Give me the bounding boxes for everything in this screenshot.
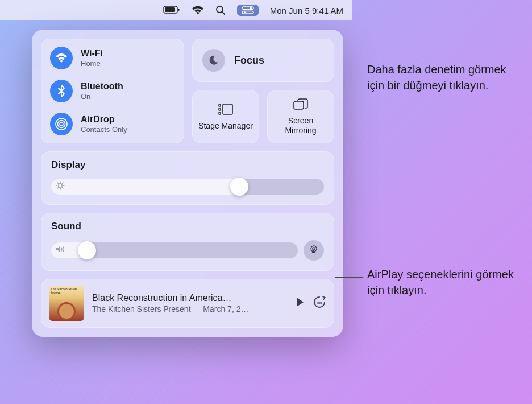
screen-mirroring-label: Screen Mirroring (273, 116, 329, 135)
control-center-menubar-icon[interactable] (237, 5, 259, 16)
now-playing-title: Black Reconstruction in America… (92, 293, 288, 303)
now-playing-subtitle: The Kitchen Sisters Present — March 7, 2… (92, 304, 288, 314)
display-tile: Display (41, 151, 334, 205)
sound-title[interactable]: Sound (51, 221, 324, 232)
callout-airplay: AirPlay seçeneklerini görmek için tıklay… (367, 266, 532, 298)
stage-manager-label: Stage Manager (198, 121, 253, 131)
airdrop-icon (50, 113, 73, 135)
display-slider[interactable] (51, 179, 324, 195)
svg-rect-2 (178, 9, 180, 11)
svg-rect-16 (219, 112, 221, 114)
svg-rect-15 (219, 108, 221, 110)
svg-line-25 (63, 188, 63, 188)
stage-manager-button[interactable]: Stage Manager (192, 90, 259, 143)
svg-line-26 (57, 188, 58, 188)
svg-rect-17 (223, 104, 232, 114)
svg-point-19 (59, 184, 62, 187)
skip-forward-30-button[interactable]: 30 (313, 295, 326, 311)
wifi-title: Wi-Fi (81, 48, 103, 59)
airdrop-subtitle: Contacts Only (81, 125, 127, 134)
stage-manager-icon (218, 103, 234, 118)
wifi-icon (50, 47, 73, 69)
svg-line-27 (63, 183, 63, 183)
svg-point-9 (244, 11, 246, 13)
menubar-datetime[interactable]: Mon Jun 5 9:41 AM (270, 6, 343, 15)
sound-tile: Sound (41, 213, 334, 271)
focus-button[interactable]: Focus (192, 39, 334, 82)
battery-icon[interactable] (163, 6, 180, 15)
control-center-panel: Wi-Fi Home Bluetooth On AirDrop (32, 30, 343, 337)
wifi-subtitle: Home (81, 59, 103, 68)
svg-point-7 (250, 7, 252, 9)
bluetooth-toggle[interactable]: Bluetooth On (50, 80, 175, 102)
speaker-icon (56, 245, 66, 255)
airdrop-toggle[interactable]: AirDrop Contacts Only (50, 113, 175, 135)
airplay-audio-button[interactable] (304, 240, 324, 261)
callout-line (335, 72, 363, 72)
connectivity-tile: Wi-Fi Home Bluetooth On AirDrop (41, 39, 184, 143)
sound-slider[interactable] (51, 242, 298, 258)
svg-rect-14 (219, 104, 221, 106)
svg-line-5 (222, 12, 225, 14)
screen-mirroring-icon (293, 98, 309, 113)
sound-slider-thumb[interactable] (78, 241, 96, 259)
play-button[interactable] (296, 297, 305, 310)
airplay-icon (308, 244, 319, 257)
wifi-toggle[interactable]: Wi-Fi Home (50, 47, 175, 69)
focus-label: Focus (234, 55, 264, 67)
brightness-icon (56, 181, 65, 192)
svg-line-24 (57, 183, 58, 183)
wifi-menubar-icon[interactable] (192, 6, 204, 15)
svg-point-3 (197, 12, 199, 14)
svg-point-11 (60, 122, 63, 126)
now-playing-artwork: The Kitchen Sisters Present (49, 286, 84, 321)
svg-rect-1 (165, 7, 175, 12)
bluetooth-icon (50, 80, 73, 102)
svg-point-12 (58, 121, 65, 128)
callout-line (335, 277, 363, 278)
display-title[interactable]: Display (51, 159, 324, 171)
airdrop-title: AirDrop (81, 114, 127, 125)
moon-icon (202, 49, 225, 72)
svg-rect-18 (294, 101, 304, 109)
screen-mirroring-button[interactable]: Screen Mirroring (267, 90, 334, 143)
bluetooth-subtitle: On (81, 92, 123, 101)
callout-focus: Daha fazla denetim görmek için bir düğme… (367, 61, 526, 93)
bluetooth-title: Bluetooth (81, 81, 123, 92)
svg-point-4 (217, 6, 223, 13)
now-playing-tile[interactable]: The Kitchen Sisters Present Black Recons… (41, 279, 334, 328)
svg-point-28 (313, 248, 315, 250)
svg-point-10 (60, 60, 63, 63)
spotlight-icon[interactable] (215, 5, 226, 15)
svg-text:30: 30 (317, 300, 322, 306)
menubar: Mon Jun 5 9:41 AM (0, 0, 352, 20)
display-slider-thumb[interactable] (230, 178, 248, 196)
